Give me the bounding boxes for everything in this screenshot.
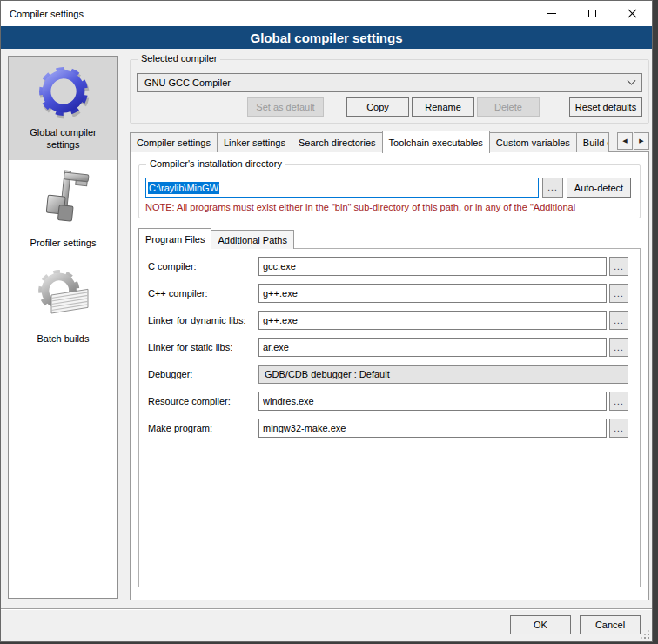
tab-program-files[interactable]: Program Files bbox=[138, 228, 212, 250]
arrow-left-icon: ◀ bbox=[622, 138, 627, 144]
make-program-input[interactable] bbox=[258, 419, 607, 438]
resource-compiler-label: Resource compiler: bbox=[148, 396, 258, 406]
resource-compiler-input[interactable] bbox=[258, 392, 607, 411]
cpp-compiler-browse-button[interactable]: ... bbox=[609, 284, 628, 303]
window-title: Compiler settings bbox=[10, 9, 84, 19]
tab-compiler-settings[interactable]: Compiler settings bbox=[130, 132, 218, 152]
sidebar-item-profiler-settings[interactable]: Profiler settings bbox=[9, 160, 118, 258]
close-icon bbox=[628, 9, 637, 18]
dynamic-linker-row: Linker for dynamic libs: ... bbox=[148, 311, 640, 330]
installation-directory-group: Compiler's installation directory C:\ray… bbox=[138, 164, 641, 218]
chevron-down-icon bbox=[628, 76, 636, 84]
static-linker-label: Linker for static libs: bbox=[148, 342, 258, 352]
tab-toolchain-executables[interactable]: Toolchain executables bbox=[382, 131, 490, 153]
make-program-row: Make program: ... bbox=[148, 419, 640, 438]
static-linker-browse-button[interactable]: ... bbox=[609, 338, 628, 357]
cpp-compiler-input[interactable] bbox=[258, 284, 607, 303]
sidebar-item-batch-builds[interactable]: Batch builds bbox=[9, 258, 118, 353]
reset-defaults-button[interactable]: Reset defaults bbox=[569, 97, 642, 117]
installation-directory-note: NOTE: All programs must exist either in … bbox=[145, 202, 634, 212]
selected-compiler-group: Selected compiler GNU GCC Compiler Set a… bbox=[130, 59, 649, 124]
arrow-right-icon: ▶ bbox=[639, 138, 643, 144]
program-tabs: Program Files Additional Paths bbox=[138, 227, 641, 249]
tab-scroll-right-button[interactable]: ▶ bbox=[634, 132, 649, 150]
caliper-icon bbox=[36, 167, 91, 231]
cpp-compiler-row: C++ compiler: ... bbox=[148, 284, 640, 303]
resource-compiler-browse-button[interactable]: ... bbox=[609, 392, 628, 411]
installation-directory-input[interactable]: C:\raylib\MinGW bbox=[145, 178, 539, 198]
c-compiler-row: C compiler: ... bbox=[148, 257, 640, 276]
dialog-footer: OK Cancel bbox=[1, 608, 652, 641]
debugger-select[interactable]: GDB/CDB debugger : Default bbox=[258, 365, 628, 384]
dynamic-linker-browse-button[interactable]: ... bbox=[609, 311, 628, 330]
resource-compiler-row: Resource compiler: ... bbox=[148, 392, 640, 411]
c-compiler-label: C compiler: bbox=[148, 261, 258, 272]
settings-category-list: Global compiler settings bbox=[8, 56, 118, 599]
set-as-default-button[interactable]: Set as default bbox=[247, 97, 324, 117]
program-files-panel: C compiler: ... C++ compiler: ... Linker… bbox=[138, 248, 641, 587]
ok-button[interactable]: OK bbox=[510, 615, 571, 634]
tab-build-options[interactable]: Build options bbox=[576, 132, 609, 152]
sidebar-item-label: Global compiler settings bbox=[12, 126, 114, 151]
settings-tabs: Compiler settings Linker settings Search… bbox=[130, 130, 649, 152]
installation-directory-row: C:\raylib\MinGW ... Auto-detect bbox=[145, 178, 634, 198]
blue-gear-icon bbox=[36, 64, 91, 121]
installation-directory-group-label: Compiler's installation directory bbox=[146, 158, 285, 169]
delete-button[interactable]: Delete bbox=[477, 97, 540, 117]
installation-directory-value: C:\raylib\MinGW bbox=[148, 182, 219, 194]
selected-compiler-group-label: Selected compiler bbox=[138, 53, 220, 64]
toolchain-executables-panel: Compiler's installation directory C:\ray… bbox=[130, 151, 649, 600]
dialog-body: Global compiler settings bbox=[1, 49, 652, 610]
static-linker-input[interactable] bbox=[258, 338, 607, 357]
minimize-button[interactable] bbox=[532, 1, 572, 26]
maximize-icon bbox=[588, 10, 596, 17]
debugger-row: Debugger: GDB/CDB debugger : Default bbox=[148, 365, 640, 384]
debugger-select-value: GDB/CDB debugger : Default bbox=[265, 369, 390, 379]
make-program-label: Make program: bbox=[148, 423, 258, 433]
resize-grip[interactable] bbox=[641, 630, 649, 639]
dynamic-linker-input[interactable] bbox=[258, 311, 607, 330]
c-compiler-browse-button[interactable]: ... bbox=[609, 257, 628, 276]
maximize-button[interactable] bbox=[572, 1, 612, 26]
make-program-browse-button[interactable]: ... bbox=[609, 419, 628, 438]
tab-scroll-left-button[interactable]: ◀ bbox=[617, 132, 633, 150]
c-compiler-input[interactable] bbox=[258, 257, 607, 276]
sidebar-item-global-compiler-settings[interactable]: Global compiler settings bbox=[9, 57, 118, 160]
cpp-compiler-label: C++ compiler: bbox=[148, 288, 258, 299]
main-content: Selected compiler GNU GCC Compiler Set a… bbox=[130, 54, 649, 600]
cancel-button[interactable]: Cancel bbox=[580, 615, 641, 634]
tab-additional-paths[interactable]: Additional Paths bbox=[211, 230, 294, 249]
gray-gear-stack-icon bbox=[33, 265, 94, 327]
compiler-buttons-row: Set as default Copy Rename Delete Reset … bbox=[137, 97, 642, 117]
dynamic-linker-label: Linker for dynamic libs: bbox=[148, 315, 258, 325]
sidebar-item-label: Profiler settings bbox=[30, 237, 97, 249]
tab-linker-settings[interactable]: Linker settings bbox=[217, 132, 292, 152]
compiler-settings-window: Compiler settings Global compiler settin… bbox=[0, 0, 653, 642]
tab-search-directories[interactable]: Search directories bbox=[292, 132, 383, 152]
rename-button[interactable]: Rename bbox=[412, 97, 474, 117]
installation-directory-browse-button[interactable]: ... bbox=[542, 178, 563, 198]
minimize-icon bbox=[547, 13, 556, 14]
tab-scroll-arrows: ◀ ▶ bbox=[616, 132, 649, 150]
close-button[interactable] bbox=[612, 1, 652, 26]
compiler-select[interactable]: GNU GCC Compiler bbox=[137, 73, 642, 92]
title-bar[interactable]: Compiler settings bbox=[1, 1, 652, 26]
static-linker-row: Linker for static libs: ... bbox=[148, 338, 640, 357]
page-title: Global compiler settings bbox=[1, 26, 652, 49]
auto-detect-button[interactable]: Auto-detect bbox=[567, 178, 631, 198]
compiler-select-value: GNU GCC Compiler bbox=[144, 77, 231, 88]
sidebar-item-label: Batch builds bbox=[37, 332, 90, 345]
tab-custom-variables[interactable]: Custom variables bbox=[489, 132, 577, 152]
copy-button[interactable]: Copy bbox=[346, 97, 409, 117]
caption-buttons bbox=[532, 1, 652, 26]
debugger-label: Debugger: bbox=[148, 369, 258, 379]
